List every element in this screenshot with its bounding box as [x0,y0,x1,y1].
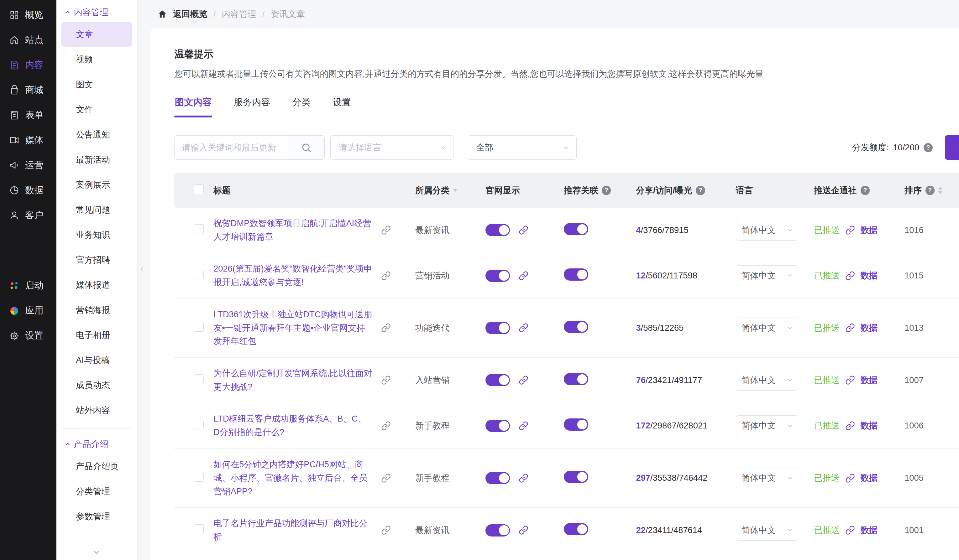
submenu-item[interactable]: 视频 [61,47,132,72]
sidebar-item-settings[interactable]: 设置 [0,323,56,348]
article-title-link[interactable]: 祝贺DMP数智领军项目启航:开启懂AI经营人才培训新篇章 [213,217,372,244]
data-link[interactable]: 数据 [860,224,878,236]
submenu-item[interactable]: 媒体报道 [61,272,132,298]
sidebar-item-overview[interactable]: 概览 [0,3,56,27]
language-select[interactable]: 简体中文 [736,520,798,541]
link-icon[interactable] [845,323,855,332]
tab[interactable]: 服务内容 [233,91,271,117]
submenu-group-content-management[interactable]: 内容管理 [61,3,132,22]
submenu-item[interactable]: 图文 [61,72,132,97]
recommend-toggle[interactable] [564,321,588,333]
link-icon[interactable] [519,271,528,281]
column-header-category[interactable]: 所属分类 [415,185,486,196]
sidebar-item-site[interactable]: 站点 [0,27,56,52]
submenu-item[interactable]: 文件 [61,97,132,122]
link-icon[interactable] [519,323,528,332]
recommend-toggle[interactable] [564,223,588,235]
data-link[interactable]: 数据 [860,270,878,281]
recommend-toggle[interactable] [564,523,588,535]
submenu-item[interactable]: 营销海报 [61,298,132,323]
sidebar-item-launch[interactable]: 启动 [0,273,56,298]
sidebar-item-form[interactable]: 表单 [0,103,56,128]
link-icon[interactable] [519,473,528,483]
link-icon[interactable] [519,525,528,535]
search-button[interactable] [288,135,325,160]
submenu-item[interactable]: 文章 [61,22,132,47]
link-icon[interactable] [381,225,391,235]
site-display-toggle[interactable] [486,270,510,282]
recommend-toggle[interactable] [564,418,588,431]
link-icon[interactable] [519,375,528,385]
submenu-item[interactable]: 案例展示 [61,172,132,197]
article-title-link[interactable]: 电子名片行业产品功能测评与厂商对比分析 [213,517,372,544]
row-checkbox[interactable] [194,374,204,384]
link-icon[interactable] [381,271,391,281]
row-checkbox[interactable] [194,420,204,430]
language-select[interactable]: 简体中文 [736,265,798,286]
row-checkbox[interactable] [194,322,204,332]
row-checkbox[interactable] [194,270,204,279]
link-icon[interactable] [381,473,391,483]
language-select[interactable]: 简体中文 [736,468,798,488]
language-select[interactable]: 简体中文 [736,318,798,338]
submenu-item[interactable]: 分类管理 [61,479,132,504]
language-select[interactable]: 简体中文 [736,370,798,391]
select-all-checkbox[interactable] [194,185,204,194]
help-icon[interactable] [696,186,705,195]
tab[interactable]: 设置 [332,91,351,117]
link-icon[interactable] [381,375,391,385]
article-title-link[interactable]: LTD枢纽云客户成功服务体系A、B、C、D分别指的是什么? [213,412,372,439]
link-icon[interactable] [845,375,855,385]
data-link[interactable]: 数据 [860,420,878,431]
data-link[interactable]: 数据 [860,322,878,334]
submenu-scroll-down[interactable] [56,545,138,560]
article-title-link[interactable]: 为什么自研/定制开发官网系统,比以往面对更大挑战? [213,367,372,394]
home-icon[interactable] [157,9,167,19]
submenu-item[interactable]: AI与投稿 [61,348,132,373]
link-icon[interactable] [845,271,855,281]
recommend-toggle[interactable] [564,373,588,385]
link-icon[interactable] [845,473,855,483]
submenu-item[interactable]: 成员动态 [61,373,132,398]
link-icon[interactable] [519,421,528,431]
help-icon[interactable] [860,186,870,195]
submenu-item[interactable]: 电子相册 [61,323,132,348]
sidebar-collapse-handle[interactable] [138,263,145,277]
article-title-link[interactable]: LTD361次升级丨独立站DTC购物也可送朋友•一键开通新春拜年主题•企业官网支… [213,308,372,348]
sidebar-item-media[interactable]: 媒体 [0,128,56,153]
help-icon[interactable] [926,186,935,195]
language-filter-select[interactable]: 请选择语言 [330,135,454,160]
column-header-sort[interactable]: 排序 [905,185,959,196]
data-link[interactable]: 数据 [860,525,878,536]
submenu-item[interactable]: 公告通知 [61,122,132,147]
category-filter-select[interactable]: 全部 [468,135,577,160]
help-icon[interactable] [602,186,611,195]
recommend-toggle[interactable] [564,471,588,483]
row-checkbox[interactable] [194,472,204,482]
submenu-item[interactable]: 最新活动 [61,147,132,172]
tab[interactable]: 图文内容 [174,91,212,117]
sidebar-item-data[interactable]: 数据 [0,178,56,203]
tab[interactable]: 分类 [292,91,311,117]
link-icon[interactable] [845,525,855,535]
submenu-item[interactable]: 站外内容 [61,398,132,423]
data-link[interactable]: 数据 [860,375,878,386]
link-icon[interactable] [519,225,528,235]
sidebar-item-customer[interactable]: 客户 [0,203,56,228]
keyword-input[interactable] [174,135,288,160]
submenu-item[interactable]: 官方招聘 [61,247,132,272]
site-display-toggle[interactable] [486,321,510,334]
sort-carets-icon[interactable] [938,187,942,194]
sidebar-item-apps[interactable]: 应用 [0,298,56,323]
link-icon[interactable] [381,323,391,332]
row-checkbox[interactable] [194,524,204,534]
sidebar-item-mall[interactable]: 商城 [0,78,56,103]
language-select[interactable]: 简体中文 [736,415,798,436]
new-article-button[interactable]: 新建 [945,135,959,160]
site-display-toggle[interactable] [486,472,510,484]
sidebar-item-operation[interactable]: 运营 [0,153,56,178]
submenu-item[interactable]: 产品介绍页 [61,454,132,479]
submenu-item[interactable]: 业务知识 [61,223,132,247]
site-display-toggle[interactable] [486,524,510,536]
submenu-group-product-intro[interactable]: 产品介绍 [61,434,132,453]
